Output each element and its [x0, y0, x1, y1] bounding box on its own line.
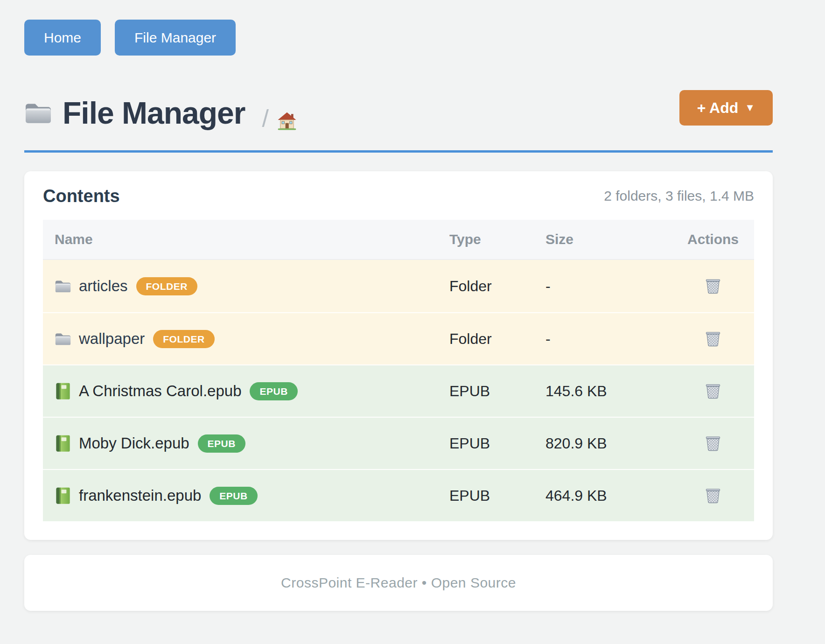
add-button[interactable]: + Add ▼: [679, 90, 773, 126]
name-cell: A Christmas Carol.epub EPUB: [43, 382, 449, 400]
table-body: articles FOLDER Folder - wallpaper FOLDE…: [43, 260, 754, 521]
nav-file-manager-button[interactable]: File Manager: [115, 20, 236, 56]
file-type-icon: [55, 383, 71, 399]
actions-cell: [672, 486, 754, 505]
top-nav: Home File Manager: [24, 0, 773, 56]
size-cell: -: [545, 330, 672, 348]
file-kind-badge: EPUB: [250, 382, 297, 400]
actions-cell: [672, 381, 754, 401]
file-kind-badge: FOLDER: [136, 277, 197, 295]
delete-button[interactable]: [703, 434, 723, 453]
actions-cell: [672, 276, 754, 296]
folder-icon: [24, 101, 52, 125]
actions-cell: [672, 434, 754, 453]
size-cell: 464.9 KB: [545, 487, 672, 504]
nav-home-button[interactable]: Home: [24, 20, 101, 56]
type-cell: Folder: [449, 278, 545, 295]
actions-cell: [672, 329, 754, 349]
delete-button[interactable]: [703, 381, 723, 401]
name-cell: frankenstein.epub EPUB: [43, 487, 449, 505]
name-cell: Moby Dick.epub EPUB: [43, 434, 449, 453]
column-header-actions: Actions: [672, 231, 754, 247]
table-row: frankenstein.epub EPUB EPUB 464.9 KB: [43, 469, 754, 521]
name-cell: articles FOLDER: [43, 277, 449, 295]
wastebasket-icon: [705, 383, 721, 399]
contents-card-header: Contents 2 folders, 3 files, 1.4 MB: [43, 184, 754, 208]
file-name-link[interactable]: frankenstein.epub: [79, 487, 201, 504]
type-cell: EPUB: [449, 383, 545, 400]
wastebasket-icon: [705, 278, 721, 294]
table-header-row: Name Type Size Actions: [43, 220, 754, 260]
page-header: File Manager / + Add ▼: [24, 94, 773, 132]
file-name-link[interactable]: wallpaper: [79, 330, 145, 348]
add-button-label: + Add: [697, 99, 739, 117]
name-cell: wallpaper FOLDER: [43, 330, 449, 348]
table-row: A Christmas Carol.epub EPUB EPUB 145.6 K…: [43, 364, 754, 417]
delete-button[interactable]: [703, 329, 723, 349]
footer-text: CrossPoint E-Reader • Open Source: [281, 575, 516, 591]
wastebasket-icon: [705, 435, 721, 451]
file-type-icon: [55, 435, 71, 452]
chevron-down-icon: ▼: [745, 103, 755, 113]
file-name-link[interactable]: Moby Dick.epub: [79, 434, 189, 452]
page-container: Home File Manager File Manager / + Add ▼…: [24, 0, 773, 611]
contents-summary: 2 folders, 3 files, 1.4 MB: [604, 188, 754, 204]
file-type-icon: [55, 487, 71, 504]
title-divider: [24, 150, 773, 153]
file-table: Name Type Size Actions articles FOLDER F…: [43, 220, 754, 521]
column-header-type: Type: [449, 231, 545, 247]
table-row: wallpaper FOLDER Folder -: [43, 312, 754, 364]
house-icon[interactable]: [277, 111, 297, 131]
footer: CrossPoint E-Reader • Open Source: [24, 555, 773, 611]
type-cell: EPUB: [449, 487, 545, 504]
wastebasket-icon: [705, 488, 721, 504]
size-cell: -: [545, 278, 672, 295]
file-kind-badge: EPUB: [198, 434, 245, 453]
file-name-link[interactable]: articles: [79, 277, 128, 295]
file-type-icon: [55, 278, 71, 294]
wastebasket-icon: [705, 331, 721, 347]
size-cell: 820.9 KB: [545, 435, 672, 452]
page-title: File Manager: [63, 95, 245, 131]
file-name-link[interactable]: A Christmas Carol.epub: [79, 382, 241, 400]
file-kind-badge: FOLDER: [153, 330, 214, 348]
delete-button[interactable]: [703, 276, 723, 296]
type-cell: EPUB: [449, 435, 545, 452]
column-header-size: Size: [545, 231, 672, 247]
breadcrumb-separator: /: [262, 106, 268, 131]
type-cell: Folder: [449, 330, 545, 348]
delete-button[interactable]: [703, 486, 723, 505]
column-header-name: Name: [43, 231, 449, 247]
contents-heading: Contents: [43, 186, 120, 206]
size-cell: 145.6 KB: [545, 383, 672, 400]
table-row: articles FOLDER Folder -: [43, 260, 754, 312]
file-type-icon: [55, 330, 71, 347]
contents-card: Contents 2 folders, 3 files, 1.4 MB Name…: [24, 171, 773, 540]
table-row: Moby Dick.epub EPUB EPUB 820.9 KB: [43, 417, 754, 469]
file-kind-badge: EPUB: [210, 487, 257, 505]
